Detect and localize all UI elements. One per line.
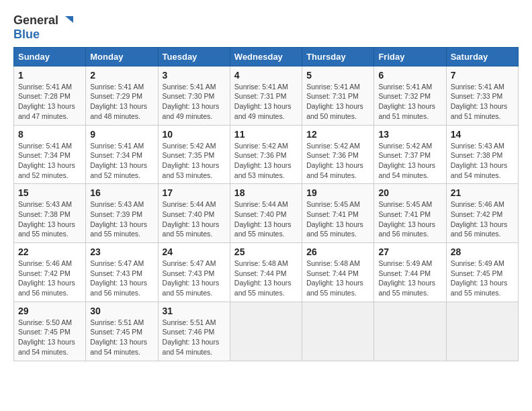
week-row-4: 22Sunrise: 5:46 AMSunset: 7:42 PMDayligh… <box>14 243 519 302</box>
day-cell <box>374 302 446 361</box>
day-info: Sunrise: 5:48 AMSunset: 7:44 PMDaylight:… <box>234 259 298 298</box>
day-cell: 17Sunrise: 5:44 AMSunset: 7:40 PMDayligh… <box>158 184 230 243</box>
day-cell: 10Sunrise: 5:42 AMSunset: 7:35 PMDayligh… <box>158 125 230 184</box>
day-info: Sunrise: 5:42 AMSunset: 7:36 PMDaylight:… <box>306 141 369 181</box>
day-info: Sunrise: 5:45 AMSunset: 7:41 PMDaylight:… <box>306 199 369 239</box>
day-info: Sunrise: 5:41 AMSunset: 7:31 PMDaylight:… <box>306 82 369 122</box>
day-cell: 22Sunrise: 5:46 AMSunset: 7:42 PMDayligh… <box>14 243 86 302</box>
logo: General Blue <box>13 13 75 42</box>
day-info: Sunrise: 5:43 AMSunset: 7:38 PMDaylight:… <box>451 141 514 181</box>
day-info: Sunrise: 5:49 AMSunset: 7:44 PMDaylight:… <box>378 259 441 298</box>
weekday-header-saturday: Saturday <box>446 47 518 66</box>
header: General Blue <box>13 13 519 42</box>
weekday-header-row: SundayMondayTuesdayWednesdayThursdayFrid… <box>14 47 519 66</box>
day-cell: 18Sunrise: 5:44 AMSunset: 7:40 PMDayligh… <box>230 184 302 243</box>
day-info: Sunrise: 5:49 AMSunset: 7:45 PMDaylight:… <box>451 259 514 298</box>
day-cell: 29Sunrise: 5:50 AMSunset: 7:45 PMDayligh… <box>14 302 86 361</box>
day-info: Sunrise: 5:41 AMSunset: 7:28 PMDaylight:… <box>18 82 81 122</box>
svg-marker-0 <box>65 16 73 23</box>
day-number: 13 <box>378 129 441 140</box>
day-cell: 14Sunrise: 5:43 AMSunset: 7:38 PMDayligh… <box>446 125 518 184</box>
day-number: 2 <box>90 70 153 81</box>
day-info: Sunrise: 5:42 AMSunset: 7:37 PMDaylight:… <box>378 141 441 181</box>
day-info: Sunrise: 5:45 AMSunset: 7:41 PMDaylight:… <box>378 199 441 239</box>
day-cell: 27Sunrise: 5:49 AMSunset: 7:44 PMDayligh… <box>374 243 446 302</box>
day-number: 11 <box>234 129 298 140</box>
weekday-header-tuesday: Tuesday <box>158 47 230 66</box>
day-number: 16 <box>90 187 153 198</box>
day-cell <box>302 302 374 361</box>
day-number: 19 <box>306 187 369 198</box>
day-cell: 24Sunrise: 5:47 AMSunset: 7:43 PMDayligh… <box>158 243 230 302</box>
day-info: Sunrise: 5:42 AMSunset: 7:36 PMDaylight:… <box>234 141 298 181</box>
day-cell <box>446 302 518 361</box>
day-number: 4 <box>234 70 298 81</box>
day-number: 30 <box>90 306 153 316</box>
day-info: Sunrise: 5:48 AMSunset: 7:44 PMDaylight:… <box>306 259 369 298</box>
day-number: 24 <box>163 246 226 257</box>
day-cell: 12Sunrise: 5:42 AMSunset: 7:36 PMDayligh… <box>302 125 374 184</box>
day-info: Sunrise: 5:42 AMSunset: 7:35 PMDaylight:… <box>163 141 226 181</box>
day-cell: 11Sunrise: 5:42 AMSunset: 7:36 PMDayligh… <box>230 125 302 184</box>
day-info: Sunrise: 5:41 AMSunset: 7:34 PMDaylight:… <box>18 141 81 181</box>
weekday-header-friday: Friday <box>374 47 446 66</box>
day-cell <box>230 302 302 361</box>
day-info: Sunrise: 5:51 AMSunset: 7:45 PMDaylight:… <box>90 318 153 357</box>
day-number: 17 <box>163 187 226 198</box>
day-number: 8 <box>18 129 81 140</box>
day-cell: 25Sunrise: 5:48 AMSunset: 7:44 PMDayligh… <box>230 243 302 302</box>
day-number: 27 <box>378 246 441 257</box>
day-number: 23 <box>90 246 153 257</box>
day-cell: 4Sunrise: 5:41 AMSunset: 7:31 PMDaylight… <box>230 66 302 125</box>
day-cell: 20Sunrise: 5:45 AMSunset: 7:41 PMDayligh… <box>374 184 446 243</box>
weekday-header-sunday: Sunday <box>14 47 86 66</box>
day-number: 15 <box>18 187 81 198</box>
day-cell: 28Sunrise: 5:49 AMSunset: 7:45 PMDayligh… <box>446 243 518 302</box>
day-cell: 9Sunrise: 5:41 AMSunset: 7:34 PMDaylight… <box>86 125 158 184</box>
day-number: 6 <box>378 70 441 81</box>
day-number: 3 <box>163 70 226 81</box>
day-info: Sunrise: 5:51 AMSunset: 7:46 PMDaylight:… <box>163 318 226 357</box>
day-cell: 7Sunrise: 5:41 AMSunset: 7:33 PMDaylight… <box>446 66 518 125</box>
weekday-header-thursday: Thursday <box>302 47 374 66</box>
day-number: 5 <box>306 70 369 81</box>
week-row-5: 29Sunrise: 5:50 AMSunset: 7:45 PMDayligh… <box>14 302 519 361</box>
day-cell: 3Sunrise: 5:41 AMSunset: 7:30 PMDaylight… <box>158 66 230 125</box>
day-info: Sunrise: 5:41 AMSunset: 7:31 PMDaylight:… <box>234 82 298 122</box>
weekday-header-wednesday: Wednesday <box>230 47 302 66</box>
day-info: Sunrise: 5:47 AMSunset: 7:43 PMDaylight:… <box>163 259 226 298</box>
day-info: Sunrise: 5:41 AMSunset: 7:34 PMDaylight:… <box>90 141 153 181</box>
day-cell: 23Sunrise: 5:47 AMSunset: 7:43 PMDayligh… <box>86 243 158 302</box>
week-row-1: 1Sunrise: 5:41 AMSunset: 7:28 PMDaylight… <box>14 66 519 125</box>
day-number: 20 <box>378 187 441 198</box>
day-info: Sunrise: 5:41 AMSunset: 7:32 PMDaylight:… <box>378 82 441 122</box>
day-info: Sunrise: 5:41 AMSunset: 7:29 PMDaylight:… <box>90 82 153 122</box>
day-number: 1 <box>18 70 81 81</box>
week-row-2: 8Sunrise: 5:41 AMSunset: 7:34 PMDaylight… <box>14 125 519 184</box>
day-info: Sunrise: 5:50 AMSunset: 7:45 PMDaylight:… <box>18 318 81 357</box>
day-number: 28 <box>451 246 514 257</box>
day-info: Sunrise: 5:47 AMSunset: 7:43 PMDaylight:… <box>90 259 153 298</box>
day-cell: 16Sunrise: 5:43 AMSunset: 7:39 PMDayligh… <box>86 184 158 243</box>
day-number: 9 <box>90 129 153 140</box>
day-number: 31 <box>163 306 226 316</box>
day-info: Sunrise: 5:41 AMSunset: 7:30 PMDaylight:… <box>163 82 226 122</box>
day-number: 10 <box>163 129 226 140</box>
day-info: Sunrise: 5:46 AMSunset: 7:42 PMDaylight:… <box>451 199 514 239</box>
day-cell: 13Sunrise: 5:42 AMSunset: 7:37 PMDayligh… <box>374 125 446 184</box>
day-number: 14 <box>451 129 514 140</box>
day-number: 7 <box>451 70 514 81</box>
day-number: 18 <box>234 187 298 198</box>
day-info: Sunrise: 5:41 AMSunset: 7:33 PMDaylight:… <box>451 82 514 122</box>
day-cell: 2Sunrise: 5:41 AMSunset: 7:29 PMDaylight… <box>86 66 158 125</box>
day-cell: 30Sunrise: 5:51 AMSunset: 7:45 PMDayligh… <box>86 302 158 361</box>
calendar-table: SundayMondayTuesdayWednesdayThursdayFrid… <box>13 47 519 361</box>
day-number: 26 <box>306 246 369 257</box>
day-number: 21 <box>451 187 514 198</box>
day-number: 29 <box>18 306 81 316</box>
day-cell: 19Sunrise: 5:45 AMSunset: 7:41 PMDayligh… <box>302 184 374 243</box>
day-info: Sunrise: 5:44 AMSunset: 7:40 PMDaylight:… <box>234 199 298 239</box>
day-cell: 1Sunrise: 5:41 AMSunset: 7:28 PMDaylight… <box>14 66 86 125</box>
day-cell: 26Sunrise: 5:48 AMSunset: 7:44 PMDayligh… <box>302 243 374 302</box>
week-row-3: 15Sunrise: 5:43 AMSunset: 7:38 PMDayligh… <box>14 184 519 243</box>
